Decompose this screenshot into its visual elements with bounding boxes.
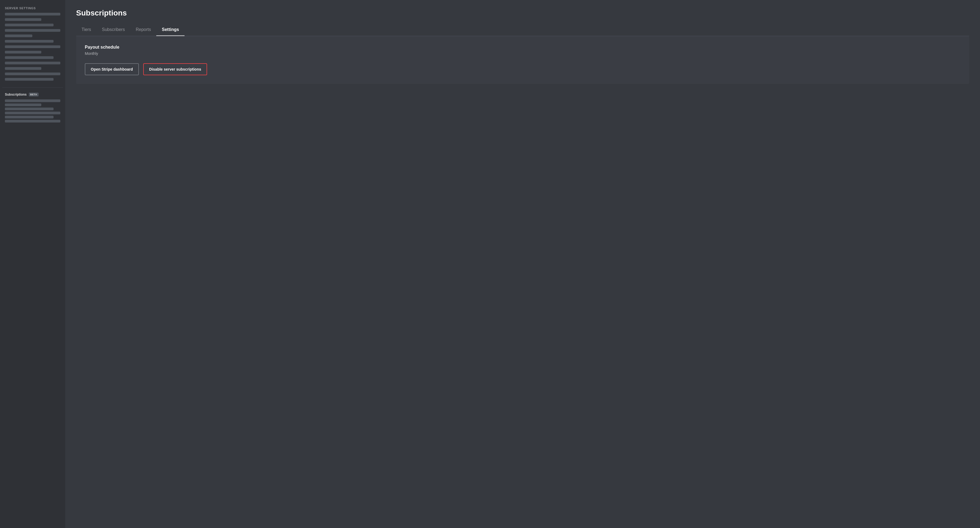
disable-subscriptions-button[interactable]: Disable server subscriptions [143,63,207,75]
actions-row: Open Stripe dashboard Disable server sub… [85,63,961,75]
sidebar-item[interactable] [5,78,54,81]
sidebar-sub-item[interactable] [5,120,60,122]
sidebar-item[interactable] [5,35,32,37]
sidebar-item[interactable] [5,51,41,54]
sidebar-item[interactable] [5,40,54,43]
tab-reports[interactable]: Reports [130,24,156,36]
tab-settings[interactable]: Settings [156,24,184,36]
sidebar-sub-item[interactable] [5,112,60,114]
sidebar-item[interactable] [5,73,60,75]
sidebar-sub-item[interactable] [5,100,60,102]
sidebar-item[interactable] [5,24,54,26]
sidebar-subscriptions-section: Subscriptions BETA [2,90,63,98]
payout-section: Payout schedule Monthly [85,45,961,55]
tab-subscribers[interactable]: Subscribers [97,24,130,36]
sidebar-sub-item[interactable] [5,108,54,110]
sidebar-item[interactable] [5,62,60,64]
open-stripe-button[interactable]: Open Stripe dashboard [85,63,139,75]
sidebar-item[interactable] [5,45,60,48]
settings-panel: Payout schedule Monthly Open Stripe dash… [76,36,969,84]
sidebar-item[interactable] [5,18,41,21]
subscriptions-section-label: Subscriptions [5,93,27,97]
payout-schedule-label: Payout schedule [85,45,961,50]
sidebar-section-title: Server settings [2,4,63,11]
sidebar: Server settings Subscriptions BETA [0,0,65,528]
main-content: Subscriptions Tiers Subscribers Reports … [65,0,980,528]
sidebar-sub-item[interactable] [5,116,54,119]
sidebar-item[interactable] [5,29,60,32]
payout-schedule-value: Monthly [85,51,961,55]
beta-badge: BETA [29,93,38,97]
page-title: Subscriptions [76,9,969,17]
sidebar-item[interactable] [5,13,60,16]
sidebar-sub-item[interactable] [5,103,41,106]
sidebar-item[interactable] [5,67,41,70]
sidebar-item[interactable] [5,56,54,59]
tab-tiers[interactable]: Tiers [76,24,97,36]
tabs-container: Tiers Subscribers Reports Settings [76,24,969,36]
